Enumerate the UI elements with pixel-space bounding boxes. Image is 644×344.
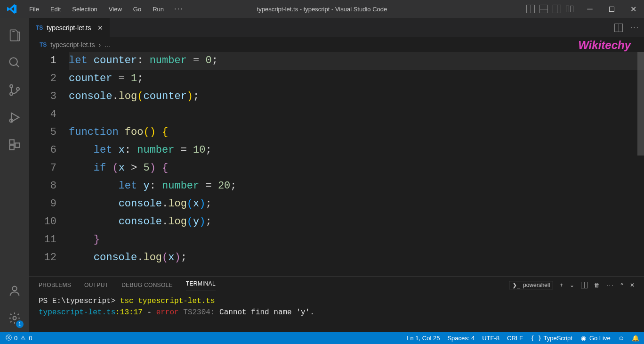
menu-run[interactable]: Run xyxy=(147,0,169,18)
activity-bar: 1 xyxy=(0,18,29,332)
svg-rect-6 xyxy=(10,140,14,144)
status-eol[interactable]: CRLF xyxy=(507,335,523,342)
panel-close-icon[interactable]: ✕ xyxy=(630,282,635,288)
activity-run-debug-icon[interactable] xyxy=(0,104,29,131)
svg-point-10 xyxy=(13,317,16,320)
breadcrumb[interactable]: TS typescript-let.ts › ... Wikitechy xyxy=(29,38,644,52)
status-feedback-icon[interactable]: ☺ xyxy=(618,335,624,342)
tab-close-icon[interactable]: ✕ xyxy=(97,24,103,32)
window-title: typescript-let.ts - typescript - Visual … xyxy=(257,6,387,13)
panel-tab-output[interactable]: OUTPUT xyxy=(84,282,108,288)
status-indent[interactable]: Spaces: 4 xyxy=(447,335,475,342)
editor-tabs: TS typescript-let.ts ✕ ··· xyxy=(29,18,644,38)
menu-more-icon[interactable]: ··· xyxy=(169,0,188,18)
menu-bar: File Edit Selection View Go Run ··· xyxy=(24,0,188,18)
svg-rect-7 xyxy=(10,145,14,149)
typescript-icon: TS xyxy=(36,25,43,31)
layout-toggle-panel-icon[interactable] xyxy=(539,5,548,13)
code-area[interactable]: let counter: number = 0; counter = 1; co… xyxy=(69,52,644,276)
settings-badge: 1 xyxy=(16,320,24,328)
tab-label: typescript-let.ts xyxy=(47,24,91,32)
svg-point-0 xyxy=(10,58,17,66)
menu-edit[interactable]: Edit xyxy=(45,0,66,18)
tab-typescript-let[interactable]: TS typescript-let.ts ✕ xyxy=(29,18,110,37)
editor-scrollbar[interactable] xyxy=(637,52,644,156)
menu-file[interactable]: File xyxy=(24,0,45,18)
activity-settings-icon[interactable]: 1 xyxy=(0,304,29,332)
split-editor-icon[interactable] xyxy=(614,24,623,32)
error-icon: ⓧ xyxy=(5,334,12,342)
window-close-icon[interactable]: ✕ xyxy=(622,0,644,18)
menu-go[interactable]: Go xyxy=(128,0,147,18)
braces-icon: { } xyxy=(531,335,541,342)
terminal-icon: ❯_ xyxy=(512,282,520,288)
status-go-live[interactable]: ◉ Go Live xyxy=(580,334,611,342)
menu-selection[interactable]: Selection xyxy=(66,0,103,18)
panel-tab-debug[interactable]: DEBUG CONSOLE xyxy=(121,282,173,288)
activity-source-control-icon[interactable] xyxy=(0,76,29,104)
activity-accounts-icon[interactable] xyxy=(0,277,29,304)
activity-search-icon[interactable] xyxy=(0,49,29,76)
svg-line-1 xyxy=(16,65,19,67)
line-gutter: 1 2 3 4 5 6 7 8 9 10 11 12 xyxy=(29,52,69,276)
svg-point-4 xyxy=(16,88,19,90)
breadcrumb-tail: ... xyxy=(105,41,110,49)
window-minimize-icon[interactable]: ─ xyxy=(579,0,601,18)
status-bell-icon[interactable]: 🔔 xyxy=(632,335,639,342)
layout-toggle-secondary-icon[interactable] xyxy=(553,5,561,13)
layout-toggle-sidebar-icon[interactable] xyxy=(526,5,535,13)
svg-point-9 xyxy=(12,287,16,291)
window-maximize-icon[interactable] xyxy=(601,0,622,18)
watermark-label: Wikitechy xyxy=(578,39,631,52)
chevron-right-icon: › xyxy=(98,41,101,49)
activity-extensions-icon[interactable] xyxy=(0,131,29,158)
panel-more-icon[interactable]: ··· xyxy=(606,282,614,288)
svg-rect-8 xyxy=(15,143,19,147)
warning-icon: ⚠ xyxy=(19,334,27,342)
svg-point-3 xyxy=(10,92,13,95)
layout-controls xyxy=(526,0,574,18)
trash-icon[interactable]: 🗑 xyxy=(594,282,600,288)
status-language[interactable]: { } TypeScript xyxy=(531,335,572,342)
vscode-logo-icon xyxy=(5,2,19,16)
status-cursor[interactable]: Ln 1, Col 25 xyxy=(407,335,440,342)
typescript-icon: TS xyxy=(40,41,47,48)
editor[interactable]: 1 2 3 4 5 6 7 8 9 10 11 12 let counter: … xyxy=(29,52,644,276)
terminal-body[interactable]: PS E:\typescript> tsc typescript-let.ts … xyxy=(29,294,644,332)
menu-view[interactable]: View xyxy=(103,0,128,18)
layout-customize-icon[interactable] xyxy=(566,5,574,13)
new-terminal-icon[interactable]: + xyxy=(560,282,563,288)
panel-tab-terminal[interactable]: TERMINAL xyxy=(186,280,216,290)
split-terminal-icon[interactable] xyxy=(581,282,588,288)
tab-more-icon[interactable]: ··· xyxy=(630,24,639,32)
title-bar: File Edit Selection View Go Run ··· type… xyxy=(0,0,644,18)
broadcast-icon: ◉ xyxy=(580,334,588,342)
breadcrumb-file: typescript-let.ts xyxy=(50,41,95,49)
status-errors[interactable]: ⓧ 0 ⚠ 0 xyxy=(5,334,32,342)
chevron-down-icon[interactable]: ⌄ xyxy=(570,282,574,288)
activity-explorer-icon[interactable] xyxy=(0,22,29,49)
status-encoding[interactable]: UTF-8 xyxy=(482,335,499,342)
status-bar: ⓧ 0 ⚠ 0 Ln 1, Col 25 Spaces: 4 UTF-8 CRL… xyxy=(0,332,644,344)
svg-point-2 xyxy=(10,85,13,88)
terminal-shell-selector[interactable]: ❯_ powershell xyxy=(509,281,553,289)
panel-tab-problems[interactable]: PROBLEMS xyxy=(39,282,71,288)
chevron-up-icon[interactable]: ^ xyxy=(620,282,623,288)
bottom-panel: PROBLEMS OUTPUT DEBUG CONSOLE TERMINAL ❯… xyxy=(29,276,644,332)
